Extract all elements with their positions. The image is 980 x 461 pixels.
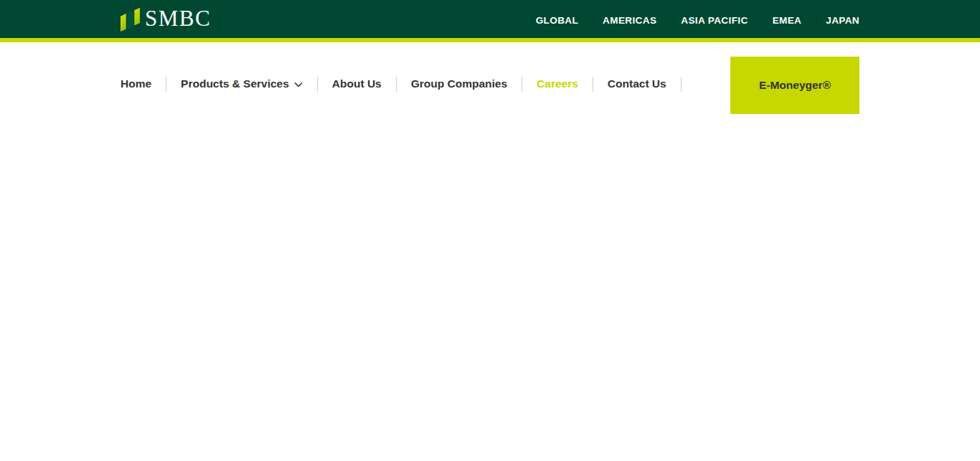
region-link-emea[interactable]: EMEA [773,15,802,26]
region-link-global[interactable]: GLOBAL [536,15,578,26]
chevron-down-icon [294,77,303,90]
smbc-logo[interactable]: SMBC [121,6,211,32]
region-link-americas[interactable]: AMERICAS [603,15,656,26]
nav-item-home[interactable]: Home [121,77,151,90]
nav-item-careers[interactable]: Careers [537,77,578,90]
nav-item-contact-us-label: Contact Us [608,77,666,90]
region-nav: GLOBAL AMERICAS ASIA PACIFIC EMEA JAPAN [536,12,859,26]
nav-divider [681,77,682,92]
emoneyger-button[interactable]: E-Moneyger® [730,57,859,114]
nav-item-careers-label: Careers [537,77,578,90]
nav-divider [396,77,397,92]
nav-item-about-us-label: About Us [332,77,382,90]
region-link-japan[interactable]: JAPAN [826,15,859,26]
topbar-inner: SMBC GLOBAL AMERICAS ASIA PACIFIC EMEA J… [121,0,859,38]
smbc-logo-text: SMBC [145,7,211,32]
main-content-area [0,115,980,461]
nav-item-group-companies-label: Group Companies [411,77,507,90]
smbc-rising-mark-icon [121,6,140,32]
nav-divider [593,77,593,92]
topbar: SMBC GLOBAL AMERICAS ASIA PACIFIC EMEA J… [0,0,980,38]
nav-item-about-us[interactable]: About Us [332,77,382,90]
header-row: Home Products & Services About Us Group … [121,42,859,115]
nav-item-products-services[interactable]: Products & Services [181,77,303,90]
nav-divider [317,77,318,92]
nav-item-products-services-label: Products & Services [181,77,289,90]
nav-item-contact-us[interactable]: Contact Us [608,77,666,90]
nav-item-group-companies[interactable]: Group Companies [411,77,507,90]
main-nav: Home Products & Services About Us Group … [121,75,696,93]
region-link-asia-pacific[interactable]: ASIA PACIFIC [681,15,748,26]
nav-item-home-label: Home [121,77,151,90]
nav-divider [166,77,166,92]
nav-divider [522,77,522,92]
